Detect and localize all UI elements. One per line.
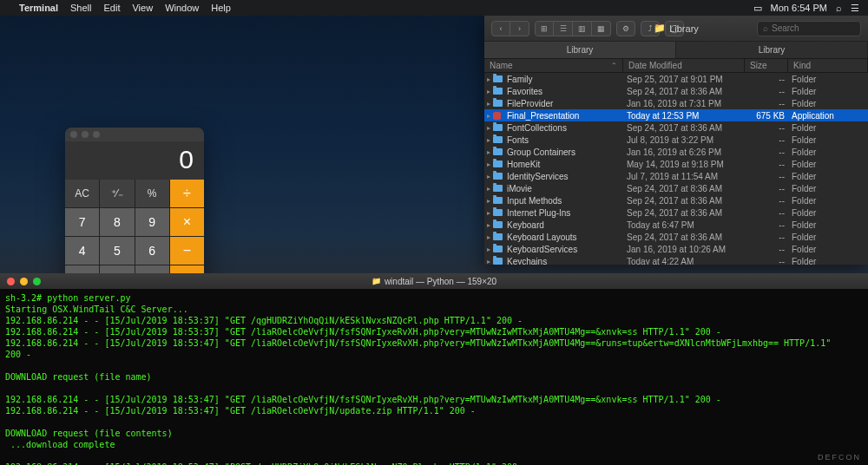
file-size: -- — [748, 172, 792, 181]
spotlight-icon[interactable]: ⌕ — [836, 3, 842, 13]
file-size: -- — [748, 160, 792, 169]
icon-view-button[interactable]: ⊞ — [535, 21, 554, 36]
back-button[interactable]: ‹ — [491, 21, 510, 36]
minimize-icon[interactable] — [82, 131, 89, 138]
digit-4-button[interactable]: 4 — [65, 237, 99, 265]
disclosure-icon[interactable]: ▸ — [484, 197, 493, 205]
file-name: Group Containers — [507, 147, 627, 157]
folder-icon — [493, 123, 503, 132]
digit-9-button[interactable]: 9 — [135, 208, 169, 236]
disclosure-icon[interactable]: ▸ — [484, 221, 493, 229]
table-row[interactable]: ▸FamilySep 25, 2017 at 9:01 PM--Folder — [484, 73, 868, 85]
terminal-window: 📁 windtail — Python — 159×20 sh-3.2# pyt… — [0, 273, 868, 465]
arrange-button[interactable]: ⚙ — [616, 21, 635, 36]
disclosure-icon[interactable]: ▸ — [484, 75, 493, 83]
disclosure-icon[interactable]: ▸ — [484, 112, 493, 120]
file-size: -- — [748, 87, 792, 96]
col-date[interactable]: Date Modified — [623, 59, 745, 72]
file-kind: Folder — [792, 99, 868, 108]
disclosure-icon[interactable]: ▸ — [484, 100, 493, 108]
disclosure-icon[interactable]: ▸ — [484, 136, 493, 144]
terminal-output[interactable]: sh-3.2# python server.py Starting OSX.Wi… — [0, 289, 868, 465]
table-row[interactable]: ▸HomeKitMay 14, 2019 at 9:18 PM--Folder — [484, 158, 868, 170]
close-icon[interactable] — [7, 278, 15, 285]
list-view-button[interactable]: ☰ — [554, 21, 573, 36]
disclosure-icon[interactable]: ▸ — [484, 246, 493, 253]
file-name: Fonts — [507, 135, 627, 145]
column-view-button[interactable]: ▥ — [573, 21, 592, 36]
disclosure-icon[interactable]: ▸ — [484, 258, 493, 265]
forward-button[interactable]: › — [510, 21, 529, 36]
disclosure-icon[interactable]: ▸ — [484, 148, 493, 156]
percent-button[interactable]: % — [135, 180, 169, 207]
menu-view[interactable]: View — [132, 3, 153, 13]
menu-shell[interactable]: Shell — [70, 3, 91, 13]
folder-icon — [493, 160, 503, 168]
disclosure-icon[interactable]: ▸ — [484, 185, 493, 193]
finder-file-list[interactable]: ▸FamilySep 25, 2017 at 9:01 PM--Folder▸F… — [484, 73, 868, 265]
col-name[interactable]: Name⌃ — [484, 59, 623, 72]
close-icon[interactable] — [70, 131, 77, 138]
file-name: Input Methods — [507, 196, 627, 206]
divide-button[interactable]: ÷ — [170, 180, 204, 207]
gallery-view-button[interactable]: ▦ — [592, 21, 611, 36]
disclosure-icon[interactable]: ▸ — [484, 124, 493, 132]
table-row[interactable]: ▸Input MethodsSep 24, 2017 at 8:36 AM--F… — [484, 194, 868, 206]
disclosure-icon[interactable]: ▸ — [484, 233, 493, 241]
folder-icon: 📁 — [372, 277, 381, 285]
table-row[interactable]: ▸KeyboardToday at 6:47 PM--Folder — [484, 219, 868, 231]
table-row[interactable]: ▸Final_PresentationToday at 12:53 PM675 … — [484, 109, 868, 121]
sign-button[interactable]: ⁺∕₋ — [100, 180, 134, 207]
siri-icon[interactable]: ☰ — [851, 3, 859, 14]
digit-7-button[interactable]: 7 — [65, 208, 99, 236]
disclosure-icon[interactable]: ▸ — [484, 209, 493, 217]
file-date: Today at 6:47 PM — [627, 220, 748, 230]
col-kind[interactable]: Kind — [788, 59, 868, 72]
zoom-icon[interactable] — [33, 278, 41, 285]
folder-icon — [493, 75, 503, 83]
app-menu[interactable]: Terminal — [19, 3, 58, 13]
col-size[interactable]: Size — [745, 59, 788, 72]
table-row[interactable]: ▸Group ContainersJan 16, 2019 at 6:26 PM… — [484, 146, 868, 158]
folder-icon: 📁 — [654, 23, 666, 34]
minimize-icon[interactable] — [20, 278, 28, 285]
digit-8-button[interactable]: 8 — [100, 208, 134, 236]
folder-icon — [493, 147, 503, 156]
menu-edit[interactable]: Edit — [104, 3, 121, 13]
file-kind: Folder — [792, 123, 868, 133]
file-kind: Application — [792, 111, 868, 121]
table-row[interactable]: ▸FavoritesSep 24, 2017 at 8:36 AM--Folde… — [484, 85, 868, 97]
digit-6-button[interactable]: 6 — [135, 237, 169, 265]
menu-window[interactable]: Window — [165, 3, 199, 13]
digit-5-button[interactable]: 5 — [100, 237, 134, 265]
table-row[interactable]: ▸FontsJul 8, 2019 at 3:22 PM--Folder — [484, 134, 868, 146]
table-row[interactable]: ▸FontCollectionsSep 24, 2017 at 8:36 AM-… — [484, 121, 868, 134]
calculator-titlebar[interactable] — [65, 128, 204, 141]
ac-button[interactable]: AC — [65, 180, 99, 207]
file-name: Keychains — [507, 257, 627, 265]
table-row[interactable]: ▸FileProviderJan 16, 2019 at 7:31 PM--Fo… — [484, 97, 868, 109]
file-date: Today at 12:53 PM — [627, 111, 748, 121]
tab-library-1[interactable]: Library — [484, 42, 676, 58]
table-row[interactable]: ▸KeyboardServicesJan 16, 2019 at 10:26 A… — [484, 243, 868, 255]
menubar-clock[interactable]: Mon 6:54 PM — [771, 3, 827, 13]
table-row[interactable]: ▸KeychainsToday at 4:22 AM--Folder — [484, 255, 868, 265]
subtract-button[interactable]: − — [170, 237, 204, 265]
file-size: -- — [748, 245, 792, 254]
table-row[interactable]: ▸IdentityServicesJul 7, 2019 at 11:54 AM… — [484, 170, 868, 182]
table-row[interactable]: ▸Keyboard LayoutsSep 24, 2017 at 8:36 AM… — [484, 231, 868, 243]
table-row[interactable]: ▸Internet Plug-InsSep 24, 2017 at 8:36 A… — [484, 206, 868, 219]
folder-icon — [493, 245, 503, 253]
menu-help[interactable]: Help — [211, 3, 231, 13]
screen-mirror-icon[interactable]: ▭ — [753, 3, 762, 14]
disclosure-icon[interactable]: ▸ — [484, 88, 493, 95]
multiply-button[interactable]: × — [170, 208, 204, 236]
table-row[interactable]: ▸iMovieSep 24, 2017 at 8:36 AM--Folder — [484, 182, 868, 194]
disclosure-icon[interactable]: ▸ — [484, 173, 493, 180]
search-input[interactable]: ⌕ Search — [757, 21, 861, 36]
tab-library-2[interactable]: Library — [676, 42, 868, 58]
disclosure-icon[interactable]: ▸ — [484, 160, 493, 168]
zoom-icon[interactable] — [93, 131, 100, 138]
terminal-titlebar[interactable]: 📁 windtail — Python — 159×20 — [0, 273, 868, 289]
file-name: FileProvider — [507, 99, 627, 108]
